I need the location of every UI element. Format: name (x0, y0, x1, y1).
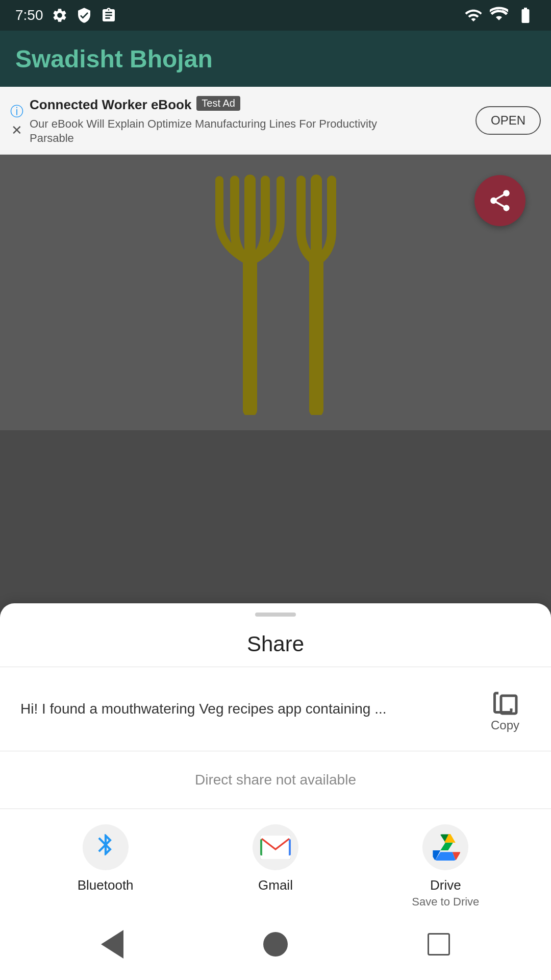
svg-rect-0 (501, 696, 516, 714)
content-area (0, 155, 551, 430)
bluetooth-label: Bluetooth (78, 877, 134, 893)
bluetooth-icon (93, 832, 118, 863)
home-button[interactable] (260, 929, 291, 960)
navigation-bar (0, 919, 551, 970)
status-icons (464, 6, 536, 24)
ad-title: Connected Worker eBook (30, 97, 191, 113)
recents-square-icon (428, 933, 450, 955)
ad-company: Parsable (30, 132, 469, 145)
clipboard-icon (101, 7, 117, 23)
drive-share-item[interactable]: Drive Save to Drive (361, 824, 531, 909)
app-share-row: Bluetooth Gmail (0, 809, 551, 919)
share-fab-button[interactable] (474, 175, 525, 226)
copy-button[interactable]: Copy (480, 685, 531, 732)
gmail-label: Gmail (258, 877, 293, 893)
ad-banner: ⓘ ✕ Connected Worker eBook Test Ad Our e… (0, 87, 551, 155)
drive-subtitle: Save to Drive (412, 895, 479, 909)
signal-icon (490, 6, 508, 24)
bluetooth-icon-circle (83, 824, 129, 870)
status-bar: 7:50 (0, 0, 551, 31)
ad-open-button[interactable]: OPEN (475, 106, 541, 135)
direct-share-text: Direct share not available (195, 772, 356, 788)
gmail-icon-circle (253, 824, 298, 870)
drive-icon-circle (422, 824, 468, 870)
back-button[interactable] (97, 929, 128, 960)
home-circle-icon (263, 932, 288, 957)
gmail-share-item[interactable]: Gmail (190, 824, 360, 909)
food-illustration (173, 170, 378, 415)
wifi-icon (464, 6, 483, 24)
ad-label: Test Ad (196, 96, 240, 111)
copy-label: Copy (491, 718, 519, 732)
ad-info-icon[interactable]: ⓘ (10, 103, 23, 120)
share-icon (487, 188, 513, 213)
share-message: Hi! I found a mouthwatering Veg recipes … (20, 699, 464, 719)
protect-icon (76, 7, 92, 23)
sheet-handle (255, 612, 296, 617)
share-bottom-sheet: Share Hi! I found a mouthwatering Veg re… (0, 603, 551, 980)
bluetooth-share-item[interactable]: Bluetooth (20, 824, 190, 909)
status-time: 7:50 (15, 7, 43, 23)
ad-close-icon[interactable]: ✕ (11, 122, 22, 138)
app-title: Swadisht Bhojan (15, 45, 213, 73)
direct-share-section: Direct share not available (0, 751, 551, 808)
settings-icon (52, 7, 68, 23)
back-arrow-icon (101, 930, 123, 959)
ad-description: Our eBook Will Explain Optimize Manufact… (30, 117, 469, 132)
drive-label: Drive (430, 877, 461, 893)
copy-icon (491, 685, 519, 714)
recents-button[interactable] (423, 929, 454, 960)
sheet-title: Share (0, 617, 551, 667)
battery-icon (515, 6, 536, 24)
app-header: Swadisht Bhojan (0, 31, 551, 87)
share-text-row: Hi! I found a mouthwatering Veg recipes … (0, 667, 551, 751)
drive-icon (431, 834, 460, 861)
